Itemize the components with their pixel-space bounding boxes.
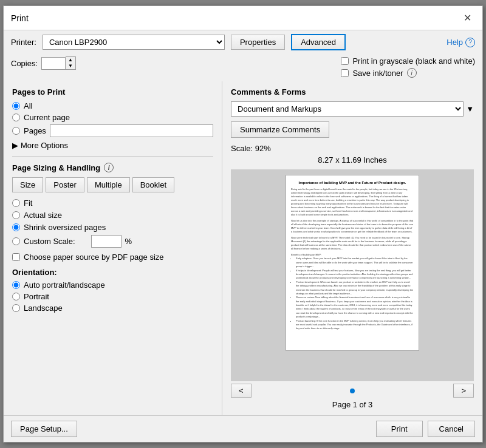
comments-dropdown-icon: ▼	[466, 104, 474, 114]
summarize-comments-button[interactable]: Summarize Comments	[231, 121, 329, 138]
custom-scale-controls: 100 %	[91, 235, 132, 248]
copies-section: Copies: 1 ▲ ▼	[11, 56, 76, 70]
actual-size-label: Actual size	[24, 211, 62, 220]
all-pages-option: All	[12, 101, 213, 110]
properties-button[interactable]: Properties	[231, 35, 285, 50]
save-ink-info-icon: i	[407, 68, 417, 78]
preview-page: Importance of building MVP and the Futur…	[286, 175, 419, 351]
preview-navigation: < >	[231, 384, 474, 398]
shrink-label: Shrink oversized pages	[24, 223, 106, 232]
grayscale-checkbox[interactable]	[341, 57, 349, 65]
fit-option: Fit	[12, 199, 213, 208]
printer-select[interactable]: Canon LBP2900	[43, 35, 225, 50]
copies-up-button[interactable]: ▲	[66, 57, 75, 63]
tab-booklet[interactable]: Booklet	[132, 177, 174, 192]
current-page-radio[interactable]	[12, 114, 20, 121]
scale-label: Scale:	[231, 144, 253, 153]
fit-radio[interactable]	[12, 199, 20, 207]
pages-range-input[interactable]: 1 - 3	[50, 124, 213, 137]
prev-page-button[interactable]: <	[231, 384, 252, 398]
actual-size-option: Actual size	[12, 211, 213, 220]
page-sizing-title: Page Sizing & Handling	[12, 163, 100, 172]
save-ink-option: Save ink/toner i	[341, 68, 475, 78]
more-options-toggle[interactable]: ▶ More Options	[12, 141, 213, 150]
custom-scale-label: Custom Scale:	[24, 237, 75, 246]
fit-options: Fit Actual size Shrink oversized pages	[12, 199, 213, 248]
choose-source-checkbox[interactable]	[12, 253, 20, 261]
pages-to-print-title: Pages to Print	[12, 87, 213, 97]
custom-scale-input[interactable]: 100	[91, 235, 122, 248]
title-bar: Print ✕	[4, 6, 482, 30]
next-page-button[interactable]: >	[453, 384, 474, 398]
shrink-radio[interactable]	[12, 223, 20, 231]
page-sizing-info-icon: i	[104, 163, 114, 172]
copies-input[interactable]: 1	[41, 57, 66, 70]
save-ink-label: Save ink/toner	[352, 69, 403, 78]
more-options-chevron-icon: ▶	[12, 141, 18, 150]
advanced-button[interactable]: Advanced	[291, 34, 346, 50]
comments-select[interactable]: Document and Markups	[231, 101, 464, 117]
tab-size[interactable]: Size	[12, 177, 43, 192]
page-dot-1	[350, 389, 355, 393]
sizing-tabs: Size Poster Multiple Booklet	[12, 177, 213, 192]
orientation-title: Orientation:	[12, 268, 213, 277]
shrink-option: Shrink oversized pages	[12, 223, 213, 232]
print-options: Print in grayscale (black and white) Sav…	[341, 56, 475, 78]
pages-range-radio[interactable]	[12, 127, 20, 135]
scale-value: 92%	[255, 144, 271, 153]
copies-input-wrap: 1 ▲ ▼	[41, 56, 76, 70]
help-link[interactable]: Help ?	[447, 38, 475, 47]
printer-label: Printer:	[11, 38, 36, 47]
landscape-option: Landscape	[12, 304, 213, 313]
preview-doc-title: Importance of building MVP and the Futur…	[291, 180, 414, 185]
orientation-section: Orientation: Auto portrait/landscape Por…	[12, 268, 213, 313]
dialog-title: Print	[11, 13, 29, 23]
printer-row: Printer: Canon LBP2900 Properties Advanc…	[4, 30, 482, 53]
tab-poster[interactable]: Poster	[46, 177, 84, 192]
current-page-option: Current page	[12, 113, 213, 122]
help-icon: ?	[465, 38, 475, 47]
current-page-label: Current page	[24, 113, 70, 122]
pages-range-option: Pages 1 - 3	[12, 124, 213, 137]
page-setup-button[interactable]: Page Setup...	[11, 421, 77, 437]
print-dialog: Print ✕ Printer: Canon LBP2900 Propertie…	[3, 5, 483, 443]
preview-page-content: Importance of building MVP and the Futur…	[286, 175, 419, 350]
print-button[interactable]: Print	[376, 421, 423, 437]
custom-scale-radio[interactable]	[12, 237, 20, 245]
choose-source-label: Choose paper source by PDF page size	[24, 253, 164, 262]
pages-range-label: Pages	[24, 126, 46, 135]
comments-forms-title: Comments & Forms	[231, 87, 474, 97]
grayscale-option: Print in grayscale (black and white)	[341, 56, 475, 66]
grayscale-label: Print in grayscale (black and white)	[352, 56, 475, 66]
page-sizing-header: Page Sizing & Handling i	[12, 163, 213, 172]
portrait-radio[interactable]	[12, 293, 20, 300]
dialog-content: Printer: Canon LBP2900 Properties Advanc…	[4, 30, 482, 442]
comments-select-wrap: Document and Markups ▼	[231, 101, 474, 117]
auto-orientation-radio[interactable]	[12, 281, 20, 289]
pages-radio-group: All Current page Pages 1 - 3	[12, 101, 213, 137]
actual-size-radio[interactable]	[12, 211, 20, 219]
bottom-bar: Page Setup... Print Cancel	[4, 415, 482, 442]
fit-label: Fit	[24, 199, 32, 208]
page-sizing-section: Page Sizing & Handling i Size Poster Mul…	[12, 163, 213, 262]
copies-down-button[interactable]: ▼	[66, 63, 75, 69]
close-button[interactable]: ✕	[460, 11, 475, 25]
left-panel: Pages to Print All Current page Pages	[4, 81, 222, 415]
copies-and-options-row: Copies: 1 ▲ ▼ Print in grayscale (black …	[4, 53, 482, 81]
cancel-button[interactable]: Cancel	[428, 421, 475, 437]
all-pages-label: All	[24, 101, 32, 110]
pages-to-print-section: Pages to Print All Current page Pages	[12, 87, 213, 150]
tab-multiple[interactable]: Multiple	[87, 177, 130, 192]
main-area: Pages to Print All Current page Pages	[4, 81, 482, 415]
custom-scale-option: Custom Scale: 100 %	[12, 235, 213, 248]
orientation-radio-group: Auto portrait/landscape Portrait Landsca…	[12, 280, 213, 313]
landscape-radio[interactable]	[12, 304, 20, 312]
copies-spinner: ▲ ▼	[66, 56, 76, 70]
more-options-label: More Options	[21, 141, 68, 150]
preview-area: Importance of building MVP and the Futur…	[231, 169, 474, 381]
action-buttons: Print Cancel	[376, 421, 475, 437]
page-size-info: 8.27 x 11.69 Inches	[231, 155, 474, 165]
all-pages-radio[interactable]	[12, 102, 20, 110]
auto-orientation-option: Auto portrait/landscape	[12, 280, 213, 290]
save-ink-checkbox[interactable]	[341, 69, 349, 77]
